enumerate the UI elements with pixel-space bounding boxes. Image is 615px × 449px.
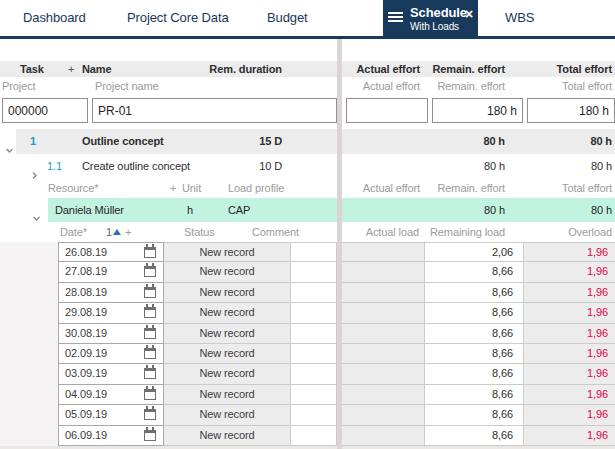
remaining-load-cell[interactable]: 8,66	[425, 405, 524, 425]
calendar-icon[interactable]	[144, 409, 156, 420]
resource-header-actual-effort: Actual effort	[363, 179, 420, 198]
date-cell[interactable]: 04.09.19	[58, 385, 164, 405]
status-cell[interactable]: New record	[164, 426, 291, 446]
task-wbs-number[interactable]: 1.1	[47, 154, 62, 179]
date-cell[interactable]: 28.08.19	[58, 283, 164, 303]
date-value: 26.08.19	[65, 246, 107, 258]
comment-cell[interactable]	[291, 364, 337, 384]
overload-cell: 1,96	[524, 262, 615, 282]
task-row-1[interactable]: 1 Outline concept 15 D 80 h 80 h	[0, 129, 615, 154]
sort-order-number[interactable]: 1	[106, 222, 112, 242]
close-icon[interactable]: ×	[465, 6, 473, 22]
sort-asc-icon[interactable]	[113, 229, 121, 235]
menu-icon[interactable]	[388, 12, 403, 24]
date-cell[interactable]: 02.09.19	[58, 344, 164, 364]
remaining-load-cell[interactable]: 8,66	[425, 262, 524, 282]
comment-cell[interactable]	[291, 385, 337, 405]
resource-name[interactable]: Daniela Müller	[55, 198, 124, 222]
date-cell[interactable]: 27.08.19	[58, 262, 164, 282]
tab-schedule-label: Schedule	[410, 5, 467, 20]
status-cell[interactable]: New record	[164, 283, 291, 303]
project-header-actual-effort: Actual effort	[363, 77, 420, 95]
date-cell[interactable]: 05.09.19	[58, 405, 164, 425]
resource-total-effort: 80 h	[591, 198, 612, 222]
calendar-icon[interactable]	[144, 348, 156, 359]
calendar-icon[interactable]	[144, 389, 156, 400]
calendar-icon[interactable]	[144, 266, 156, 277]
task-header-row: Task + Name Rem. duration Actual effort …	[0, 61, 615, 77]
resource-row[interactable]: Daniela Müller h CAP 80 h 80 h	[0, 198, 615, 222]
tab-schedule[interactable]: Schedule With Loads ×	[383, 0, 478, 36]
status-cell[interactable]: New record	[164, 242, 291, 262]
tab-project-core-data[interactable]: Project Core Data	[127, 10, 229, 25]
remaining-load-cell[interactable]: 8,66	[425, 283, 524, 303]
project-actual-effort-field[interactable]	[346, 98, 428, 123]
task-row-1-1[interactable]: 1.1 Create outline concept 10 D 80 h 80 …	[0, 154, 615, 179]
calendar-icon[interactable]	[144, 307, 156, 318]
add-resource-column-button[interactable]: +	[170, 179, 176, 198]
row-margin	[0, 344, 58, 364]
load-row: 05.09.19 New record 8,66 1,96	[0, 405, 615, 425]
remaining-load-cell[interactable]: 8,66	[425, 364, 524, 384]
comment-cell[interactable]	[291, 426, 337, 446]
calendar-icon[interactable]	[144, 287, 156, 298]
status-cell[interactable]: New record	[164, 303, 291, 323]
date-cell[interactable]: 26.08.19	[58, 242, 164, 262]
remaining-load-cell[interactable]: 8,66	[425, 303, 524, 323]
project-header-remain-effort: Remain. effort	[438, 77, 506, 95]
remaining-load-cell[interactable]: 8,66	[425, 426, 524, 446]
row-margin	[0, 426, 58, 446]
date-value: 05.09.19	[65, 408, 107, 420]
date-cell[interactable]: 03.09.19	[58, 364, 164, 384]
comment-cell[interactable]	[291, 405, 337, 425]
comment-cell[interactable]	[291, 344, 337, 364]
remaining-load-cell[interactable]: 8,66	[425, 324, 524, 344]
tab-dashboard[interactable]: Dashboard	[23, 10, 86, 25]
project-remain-effort-field[interactable]	[432, 98, 523, 123]
comment-cell[interactable]	[291, 324, 337, 344]
add-load-column-button[interactable]: +	[125, 222, 131, 242]
comment-cell[interactable]	[291, 242, 337, 262]
actual-load-cell	[342, 324, 425, 344]
status-cell[interactable]: New record	[164, 405, 291, 425]
tab-wbs[interactable]: WBS	[505, 10, 534, 25]
remaining-load-cell[interactable]: 2,06	[425, 242, 524, 262]
calendar-icon[interactable]	[144, 430, 156, 441]
overload-cell: 1,96	[524, 242, 615, 262]
load-row: 02.09.19 New record 8,66 1,96	[0, 344, 615, 364]
add-column-button[interactable]: +	[68, 61, 74, 77]
task-total-effort: 80 h	[590, 129, 612, 154]
comment-cell[interactable]	[291, 262, 337, 282]
tab-budget[interactable]: Budget	[267, 10, 308, 25]
calendar-icon[interactable]	[144, 328, 156, 339]
task-rem-duration: 15 D	[259, 129, 282, 154]
actual-load-cell	[342, 262, 425, 282]
status-cell[interactable]: New record	[164, 344, 291, 364]
date-cell[interactable]: 06.09.19	[58, 426, 164, 446]
project-header-row: Project Project name Actual effort Remai…	[0, 77, 615, 95]
status-cell[interactable]: New record	[164, 385, 291, 405]
project-number-field[interactable]	[2, 98, 88, 123]
date-cell[interactable]: 29.08.19	[58, 303, 164, 323]
remaining-load-cell[interactable]: 8,66	[425, 344, 524, 364]
comment-cell[interactable]	[291, 303, 337, 323]
status-cell[interactable]: New record	[164, 364, 291, 384]
calendar-icon[interactable]	[144, 247, 156, 258]
resource-header-remain-effort: Remain. effort	[438, 179, 506, 198]
project-total-effort-field[interactable]	[527, 98, 615, 123]
overload-cell: 1,96	[524, 344, 615, 364]
status-cell[interactable]: New record	[164, 324, 291, 344]
project-header-name: Project name	[95, 77, 159, 95]
row-margin	[0, 324, 58, 344]
calendar-icon[interactable]	[144, 368, 156, 379]
comment-cell[interactable]	[291, 283, 337, 303]
date-value: 30.08.19	[65, 327, 107, 339]
project-name-field[interactable]	[92, 98, 337, 123]
resource-header-total-effort: Total effort	[562, 179, 612, 198]
remaining-load-cell[interactable]: 8,66	[425, 385, 524, 405]
load-header-comment: Comment	[252, 222, 299, 242]
status-cell[interactable]: New record	[164, 262, 291, 282]
resource-unit: h	[187, 198, 193, 222]
task-wbs-number[interactable]: 1	[30, 129, 36, 154]
date-cell[interactable]: 30.08.19	[58, 324, 164, 344]
